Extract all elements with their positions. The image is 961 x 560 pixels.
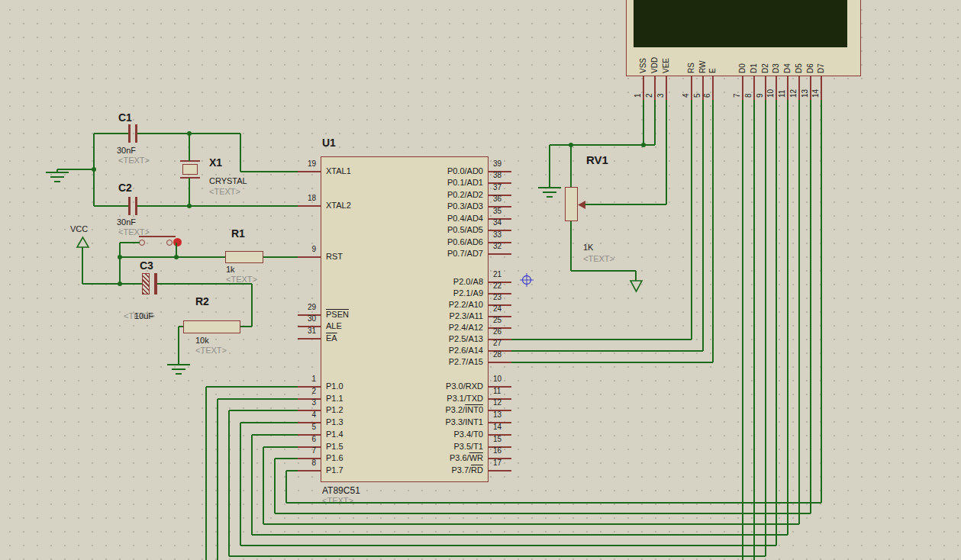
wire[interactable]: [240, 134, 241, 172]
wire[interactable]: [240, 326, 252, 327]
wire[interactable]: [82, 247, 83, 284]
ground-symbol-bar[interactable]: [538, 187, 561, 188]
resistor-r2-body[interactable]: [183, 320, 240, 333]
lcd-pin-D5[interactable]: [798, 76, 800, 100]
wire[interactable]: [240, 423, 241, 546]
mcu-pin-XTAL1[interactable]: [298, 171, 321, 172]
wire[interactable]: [776, 100, 777, 546]
wire[interactable]: [285, 471, 287, 503]
wire[interactable]: [263, 256, 298, 258]
lcd-pin-E[interactable]: [712, 76, 714, 100]
mcu-pin-EA[interactable]: [298, 338, 321, 340]
wire[interactable]: [511, 362, 713, 363]
wire[interactable]: [570, 145, 572, 187]
wire[interactable]: [57, 169, 94, 170]
lcd-pin-D4[interactable]: [787, 76, 788, 100]
pot-rv1-body[interactable]: [565, 187, 578, 221]
wire[interactable]: [511, 339, 692, 340]
lcd-pin-VSS[interactable]: [643, 76, 644, 100]
wire[interactable]: [765, 100, 766, 556]
wire[interactable]: [229, 410, 298, 411]
wire[interactable]: [120, 256, 225, 258]
wire[interactable]: [82, 283, 142, 285]
capacitor-c2[interactable]: [128, 197, 131, 215]
lcd-pin-D0[interactable]: [742, 76, 743, 100]
lcd-pin-D7[interactable]: [821, 76, 822, 100]
wire[interactable]: [229, 555, 766, 557]
mcu-pin-RST[interactable]: [298, 256, 321, 258]
crystal-x1[interactable]: [180, 160, 200, 162]
wire[interactable]: [94, 205, 128, 207]
wire[interactable]: [252, 534, 788, 536]
wire[interactable]: [275, 458, 298, 459]
wire[interactable]: [263, 523, 799, 525]
wire[interactable]: [252, 434, 298, 436]
wire[interactable]: [550, 144, 655, 146]
wire[interactable]: [571, 270, 636, 272]
wire[interactable]: [691, 100, 692, 340]
ground-symbol-bar[interactable]: [46, 172, 69, 173]
wire[interactable]: [821, 100, 822, 503]
mcu-pin-P3.7/RD[interactable]: [489, 470, 511, 471]
wire[interactable]: [286, 502, 821, 504]
wire[interactable]: [119, 243, 121, 284]
wire[interactable]: [712, 100, 714, 362]
wire[interactable]: [787, 100, 788, 535]
wire[interactable]: [511, 350, 703, 352]
reset-button-actuator[interactable]: [173, 238, 182, 246]
wire[interactable]: [218, 398, 298, 400]
wire[interactable]: [217, 399, 218, 560]
ground-symbol-bar[interactable]: [547, 196, 553, 198]
ground-symbol-bar[interactable]: [50, 176, 64, 178]
mcu-pin-P0.7/AD7[interactable]: [489, 253, 511, 255]
crystal-x1-body[interactable]: [182, 164, 198, 175]
resistor-r1-body[interactable]: [225, 251, 263, 263]
wire[interactable]: [275, 513, 811, 514]
wire[interactable]: [263, 447, 264, 524]
wire[interactable]: [189, 134, 190, 161]
wire[interactable]: [228, 410, 230, 556]
wire[interactable]: [753, 100, 755, 560]
wire[interactable]: [742, 100, 743, 560]
schematic-canvas[interactable]: U1 AT89C51 <TEXT> C1 30nF <TEXT> C2 30nF…: [0, 0, 961, 560]
ground-arrow[interactable]: [630, 280, 643, 292]
ground-symbol-bar[interactable]: [543, 191, 556, 193]
wire[interactable]: [274, 459, 276, 513]
ground-symbol-bar[interactable]: [176, 373, 182, 375]
wire[interactable]: [251, 435, 253, 535]
mcu-pin-XTAL2[interactable]: [298, 205, 321, 207]
wire[interactable]: [157, 283, 252, 285]
wire[interactable]: [585, 204, 666, 205]
wire[interactable]: [654, 100, 656, 145]
ground-symbol-bar[interactable]: [54, 181, 60, 182]
wire[interactable]: [240, 171, 298, 172]
wire[interactable]: [189, 178, 190, 206]
wire[interactable]: [570, 221, 572, 271]
reset-button[interactable]: [139, 236, 176, 237]
wire[interactable]: [702, 100, 704, 351]
wire[interactable]: [240, 545, 776, 546]
mcu-pin-P2.7/A15[interactable]: [489, 362, 511, 363]
lcd-pin-VEE[interactable]: [666, 76, 667, 100]
wire[interactable]: [798, 100, 800, 524]
ground-symbol-bar[interactable]: [172, 369, 185, 370]
wire[interactable]: [263, 446, 298, 448]
lcd-pin-D3[interactable]: [776, 76, 777, 100]
wire[interactable]: [666, 100, 667, 204]
lcd-pin-RS[interactable]: [691, 76, 692, 100]
capacitor-c1[interactable]: [128, 124, 131, 143]
wire[interactable]: [178, 327, 179, 365]
wire[interactable]: [120, 242, 140, 243]
lcd-pin-D1[interactable]: [753, 76, 755, 100]
wire[interactable]: [251, 284, 253, 327]
ground-symbol-bar[interactable]: [167, 364, 190, 365]
wire[interactable]: [94, 133, 128, 134]
wire[interactable]: [549, 145, 550, 188]
wire[interactable]: [206, 386, 298, 388]
capacitor-c3[interactable]: [142, 273, 150, 294]
vcc-power-arrow[interactable]: [76, 237, 89, 248]
wire[interactable]: [286, 470, 298, 471]
wire[interactable]: [240, 422, 298, 423]
mcu-pin-P1.7[interactable]: [298, 470, 321, 471]
wire[interactable]: [205, 387, 207, 560]
